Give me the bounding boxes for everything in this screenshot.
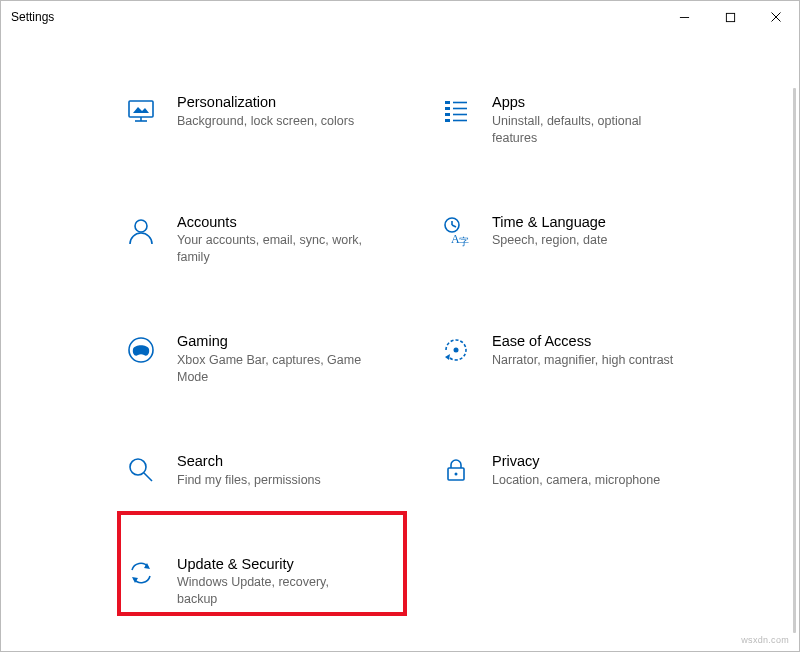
- tile-title: Accounts: [177, 213, 367, 232]
- settings-grid: Personalization Background, lock screen,…: [121, 83, 719, 618]
- tile-title: Gaming: [177, 332, 367, 351]
- svg-rect-13: [445, 119, 450, 122]
- settings-content: Personalization Background, lock screen,…: [1, 33, 799, 638]
- tile-personalization[interactable]: Personalization Background, lock screen,…: [121, 83, 404, 157]
- tile-title: Time & Language: [492, 213, 607, 232]
- tile-apps[interactable]: Apps Uninstall, defaults, optional featu…: [436, 83, 719, 157]
- ease-of-access-icon: [438, 332, 474, 368]
- tile-title: Update & Security: [177, 555, 367, 574]
- scrollbar-thumb[interactable]: [793, 88, 796, 633]
- tile-desc: Narrator, magnifier, high contrast: [492, 352, 673, 369]
- tile-title: Search: [177, 452, 321, 471]
- svg-rect-11: [445, 113, 450, 116]
- personalization-icon: [123, 93, 159, 129]
- search-icon: [123, 452, 159, 488]
- titlebar: Settings: [1, 1, 799, 33]
- apps-icon: [438, 93, 474, 129]
- tile-title: Personalization: [177, 93, 354, 112]
- tile-ease-of-access[interactable]: Ease of Access Narrator, magnifier, high…: [436, 322, 719, 396]
- svg-point-27: [455, 472, 458, 475]
- tile-desc: Find my files, permissions: [177, 472, 321, 489]
- svg-rect-9: [445, 107, 450, 110]
- minimize-button[interactable]: [661, 1, 707, 33]
- svg-rect-4: [129, 101, 153, 117]
- svg-rect-1: [726, 13, 734, 21]
- close-button[interactable]: [753, 1, 799, 33]
- gaming-icon: [123, 332, 159, 368]
- accounts-icon: [123, 213, 159, 249]
- tile-desc: Xbox Game Bar, captures, Game Mode: [177, 352, 367, 386]
- svg-marker-22: [445, 354, 450, 360]
- tile-accounts[interactable]: Accounts Your accounts, email, sync, wor…: [121, 203, 404, 277]
- tile-gaming[interactable]: Gaming Xbox Game Bar, captures, Game Mod…: [121, 322, 404, 396]
- tile-search[interactable]: Search Find my files, permissions: [121, 442, 404, 499]
- update-security-icon: [123, 555, 159, 591]
- tile-desc: Your accounts, email, sync, work, family: [177, 232, 367, 266]
- scrollbar[interactable]: [784, 33, 798, 650]
- maximize-button[interactable]: [707, 1, 753, 33]
- svg-line-25: [144, 473, 152, 481]
- svg-rect-7: [445, 101, 450, 104]
- tile-desc: Background, lock screen, colors: [177, 113, 354, 130]
- tile-title: Apps: [492, 93, 682, 112]
- window-controls: [661, 1, 799, 33]
- tile-desc: Uninstall, defaults, optional features: [492, 113, 682, 147]
- window-title: Settings: [11, 10, 54, 24]
- tile-privacy[interactable]: Privacy Location, camera, microphone: [436, 442, 719, 499]
- tile-desc: Speech, region, date: [492, 232, 607, 249]
- tile-title: Privacy: [492, 452, 660, 471]
- tile-time-language[interactable]: A字 Time & Language Speech, region, date: [436, 203, 719, 277]
- time-language-icon: A字: [438, 213, 474, 249]
- svg-point-15: [135, 220, 147, 232]
- svg-point-24: [130, 459, 146, 475]
- svg-line-18: [452, 225, 456, 227]
- tile-title: Ease of Access: [492, 332, 673, 351]
- tile-desc: Location, camera, microphone: [492, 472, 660, 489]
- tile-update-security[interactable]: Update & Security Windows Update, recove…: [121, 545, 404, 619]
- svg-text:字: 字: [459, 236, 469, 247]
- privacy-icon: [438, 452, 474, 488]
- svg-point-23: [454, 348, 459, 353]
- watermark: wsxdn.com: [741, 635, 789, 645]
- tile-desc: Windows Update, recovery, backup: [177, 574, 367, 608]
